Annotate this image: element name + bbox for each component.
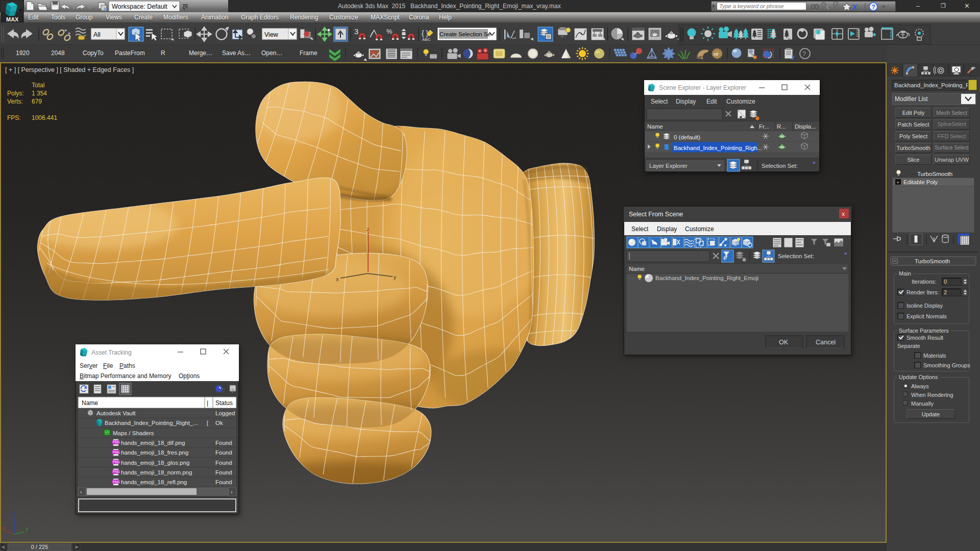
svg-text:y: y bbox=[394, 274, 397, 280]
svg-text:Found: Found bbox=[215, 479, 232, 485]
svg-text:Autodesk Vault: Autodesk Vault bbox=[96, 410, 136, 416]
svg-text:?: ? bbox=[802, 50, 806, 58]
svg-text:HF: HF bbox=[697, 55, 703, 60]
svg-text:Select From Scene: Select From Scene bbox=[629, 211, 683, 218]
svg-text:Bitmap Performance and Memory: Bitmap Performance and Memory bbox=[80, 372, 171, 380]
svg-text:x: x bbox=[842, 211, 845, 217]
svg-text:R...: R... bbox=[777, 123, 786, 130]
svg-text:Name: Name bbox=[82, 399, 98, 407]
svg-text:Selection Set:: Selection Set: bbox=[762, 163, 798, 169]
svg-text:?: ? bbox=[222, 387, 225, 393]
svg-text:Fr...: Fr... bbox=[759, 123, 769, 130]
svg-text:OK: OK bbox=[779, 339, 789, 346]
svg-text:Server: Server bbox=[80, 362, 97, 369]
svg-text:Found: Found bbox=[215, 469, 232, 475]
svg-text:Select: Select bbox=[651, 98, 668, 105]
svg-text:PNG: PNG bbox=[113, 470, 120, 473]
svg-text:‹: ‹ bbox=[80, 489, 82, 495]
svg-text:Options: Options bbox=[179, 372, 200, 380]
svg-text:X: X bbox=[851, 3, 857, 11]
svg-text:Scene Explorer - Layer Explore: Scene Explorer - Layer Explorer bbox=[659, 84, 746, 91]
svg-text:Selection Set:: Selection Set: bbox=[778, 253, 814, 259]
svg-text:Display: Display bbox=[676, 98, 696, 105]
svg-text:%: % bbox=[386, 28, 393, 35]
svg-text:+: + bbox=[897, 180, 899, 185]
svg-text:ABC: ABC bbox=[422, 37, 431, 42]
svg-text:?: ? bbox=[231, 388, 234, 394]
svg-text:Displa...: Displa... bbox=[795, 123, 816, 130]
svg-text:|: | bbox=[207, 399, 208, 407]
svg-text:TurboSmooth: TurboSmooth bbox=[917, 171, 952, 177]
svg-text:Found: Found bbox=[215, 449, 232, 456]
svg-text:File: File bbox=[103, 362, 113, 369]
svg-text:Workspace: Default: Workspace: Default bbox=[112, 3, 167, 10]
svg-text:Select: Select bbox=[631, 226, 649, 233]
svg-text:PNG: PNG bbox=[113, 440, 120, 444]
svg-text:PNG: PNG bbox=[113, 450, 120, 454]
svg-text:✳: ✳ bbox=[68, 32, 71, 35]
svg-text:Name: Name bbox=[629, 266, 645, 272]
svg-text:Maps / Shaders: Maps / Shaders bbox=[113, 430, 154, 436]
svg-text:?: ? bbox=[872, 4, 875, 11]
svg-text:Found: Found bbox=[215, 440, 232, 446]
svg-text:Modifier List: Modifier List bbox=[895, 95, 928, 103]
svg-text:hands_emoji_18_refl.png: hands_emoji_18_refl.png bbox=[121, 479, 187, 485]
svg-text:Customize: Customize bbox=[726, 98, 755, 105]
svg-text:View: View bbox=[264, 31, 279, 38]
svg-text:Ok: Ok bbox=[215, 420, 223, 426]
svg-text:hands_emoji_18_fres.png: hands_emoji_18_fres.png bbox=[121, 449, 188, 456]
svg-text:Name: Name bbox=[647, 123, 663, 130]
svg-text:Status: Status bbox=[215, 399, 233, 407]
svg-text:Cancel: Cancel bbox=[816, 339, 836, 346]
svg-text:x: x bbox=[2, 525, 5, 531]
svg-text:›: › bbox=[231, 489, 233, 495]
svg-text:Logged: Logged bbox=[215, 410, 235, 416]
svg-text:z: z bbox=[12, 510, 15, 516]
svg-text:y: y bbox=[26, 525, 29, 532]
svg-text:z: z bbox=[366, 226, 369, 232]
svg-text:»: » bbox=[813, 160, 816, 165]
svg-text:hands_emoji_18_dif.png: hands_emoji_18_dif.png bbox=[121, 440, 185, 446]
svg-text:Layer Explorer: Layer Explorer bbox=[649, 163, 688, 169]
svg-text:Create Selection Se: Create Selection Se bbox=[439, 31, 491, 37]
svg-text:PNG: PNG bbox=[113, 480, 120, 484]
svg-text:[: [ bbox=[207, 420, 208, 426]
svg-text:Editable Poly: Editable Poly bbox=[903, 179, 938, 185]
svg-text:0x: 0x bbox=[714, 52, 718, 57]
svg-text:Backhand_Index_Pointing_Right_: Backhand_Index_Pointing_Right_Emoji bbox=[655, 275, 758, 281]
svg-text:0 (default): 0 (default) bbox=[674, 134, 700, 140]
svg-text:Customize: Customize bbox=[685, 226, 714, 233]
svg-text:All: All bbox=[93, 31, 101, 38]
svg-text:hands_emoji_18_norm.png: hands_emoji_18_norm.png bbox=[121, 469, 192, 475]
svg-text:»: » bbox=[844, 251, 847, 256]
svg-text:✳: ✳ bbox=[64, 29, 67, 32]
svg-text:Display: Display bbox=[657, 226, 677, 233]
svg-text:x: x bbox=[336, 276, 339, 282]
svg-text:Paths: Paths bbox=[119, 362, 135, 369]
svg-text:Asset Tracking: Asset Tracking bbox=[91, 349, 132, 356]
svg-text:Found: Found bbox=[215, 460, 232, 466]
svg-text:hands_emoji_18_glos.png: hands_emoji_18_glos.png bbox=[121, 460, 189, 466]
svg-text:Edit: Edit bbox=[706, 98, 717, 105]
svg-text:3: 3 bbox=[354, 27, 358, 36]
svg-text:Backhand_Index_Pointing_Righ..: Backhand_Index_Pointing_Righ... bbox=[674, 145, 762, 151]
svg-text:TurboSmooth: TurboSmooth bbox=[915, 258, 950, 264]
svg-text:Backhand_Index_Pointing_Ri: Backhand_Index_Pointing_Ri bbox=[894, 82, 971, 88]
svg-text:PNG: PNG bbox=[113, 460, 120, 464]
svg-text:MAX: MAX bbox=[6, 16, 19, 22]
svg-text:Backhand_Index_Pointing_Right_: Backhand_Index_Pointing_Right_... bbox=[105, 420, 198, 426]
